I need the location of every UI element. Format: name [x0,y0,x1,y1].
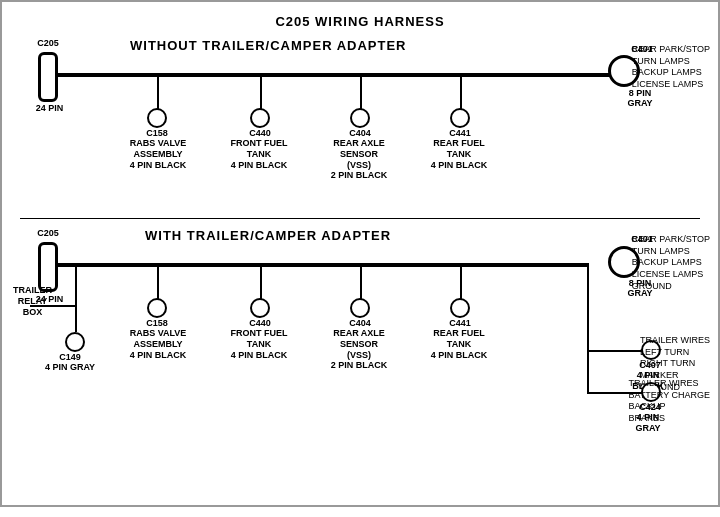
divider [20,218,700,219]
section1-label: WITHOUT TRAILER/CAMPER ADAPTER [130,38,407,53]
c205-connector-1 [38,52,58,102]
main-wire-1 [57,73,632,77]
drop-c440-1 [260,74,262,109]
main-wire-2 [57,263,587,267]
drop-relay [75,263,77,308]
trailer-relay-label: TRAILERRELAYBOX [0,285,65,317]
c401-desc-2: REAR PARK/STOPTURN LAMPSBACKUP LAMPSLICE… [632,234,710,292]
c205-label-1: C205 [25,38,71,49]
c440-desc-1: FRONT FUELTANK4 PIN BLACK [223,138,295,170]
c401-color-1: GRAY [615,98,665,109]
c424-desc: TRAILER WIRESBATTERY CHARGEBACKUPBRAKES [628,378,710,425]
page-title: C205 WIRING HARNESS [0,6,720,29]
c404-desc-1: REAR AXLESENSOR(VSS)2 PIN BLACK [323,138,395,181]
c440-circle-2 [250,298,270,318]
c441-desc-1: REAR FUELTANK4 PIN BLACK [423,138,495,170]
c205-pin-1: 24 PIN [22,103,77,114]
c158-circle-1 [147,108,167,128]
drop-c158-2 [157,264,159,299]
c149-desc: 4 PIN GRAY [40,362,100,373]
c401-desc-1: REAR PARK/STOPTURN LAMPSBACKUP LAMPSLICE… [632,44,710,91]
c158-desc-1: RABS VALVEASSEMBLY4 PIN BLACK [118,138,198,170]
drop-c440-2 [260,264,262,299]
drop-c404-1 [360,74,362,109]
c149-circle [65,332,85,352]
c441-circle-2 [450,298,470,318]
c404-circle-1 [350,108,370,128]
drop-c149 [75,307,77,332]
c441-circle-1 [450,108,470,128]
drop-c404-2 [360,264,362,299]
c404-desc-2: REAR AXLESENSOR(VSS)2 PIN BLACK [323,328,395,371]
section2-label: WITH TRAILER/CAMPER ADAPTER [145,228,391,243]
c440-circle-1 [250,108,270,128]
c441-desc-2: REAR FUELTANK4 PIN BLACK [423,328,495,360]
c404-circle-2 [350,298,370,318]
drop-c441-1 [460,74,462,109]
right-branch-vline [587,263,589,393]
c158-circle-2 [147,298,167,318]
drop-c441-2 [460,264,462,299]
wiring-diagram: C205 WIRING HARNESS WITHOUT TRAILER/CAMP… [0,0,720,507]
c205-label-2: C205 [25,228,71,239]
c158-desc-2: RABS VALVEASSEMBLY4 PIN BLACK [118,328,198,360]
c440-desc-2: FRONT FUELTANK4 PIN BLACK [223,328,295,360]
c407-hline [587,350,642,352]
drop-c158-1 [157,74,159,109]
